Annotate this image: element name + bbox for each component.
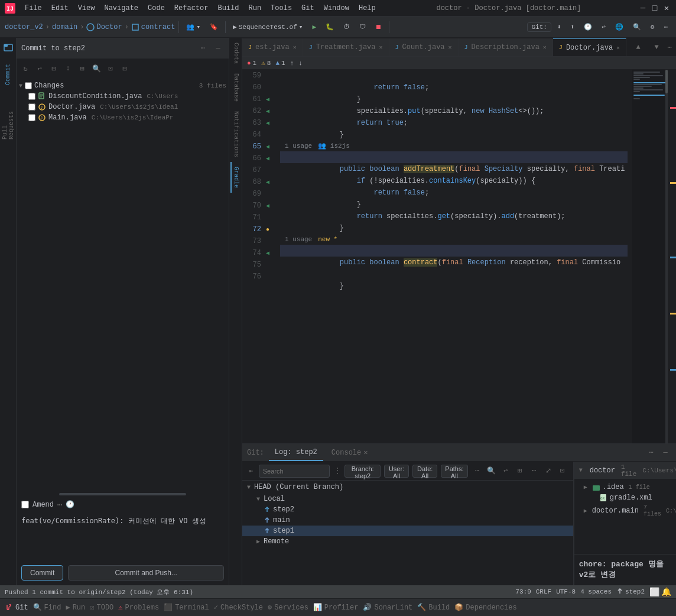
menu-help[interactable]: Help [355, 3, 379, 14]
git-search-input[interactable] [259, 465, 330, 478]
file-1-checkbox[interactable] [28, 103, 35, 111]
tab-close-2[interactable]: ✕ [448, 44, 452, 51]
git-history-button[interactable]: 🕐 [580, 20, 596, 34]
tab-scroll-down[interactable]: ▼ [650, 38, 663, 56]
menu-tools[interactable]: Tools [267, 3, 295, 14]
vtab-gradle[interactable]: Gradle [230, 162, 240, 193]
nav-up-button[interactable]: ↑ [290, 60, 294, 67]
bookmark-button[interactable]: 🔖 [206, 20, 222, 34]
git-rollback-button[interactable]: ↩ [598, 20, 609, 34]
tree-item-gradle[interactable]: GR gradle.xml [574, 492, 676, 503]
dependencies-tab[interactable]: 📦 Dependencies [454, 603, 516, 612]
git-tab[interactable]: Git [5, 604, 28, 612]
amend-checkbox[interactable] [21, 501, 29, 508]
changes-section-header[interactable]: ▼ Changes 3 files [17, 80, 229, 91]
settings-button[interactable]: ⚙ [647, 20, 658, 34]
diff-button[interactable]: ⊟ [47, 62, 60, 75]
close-button[interactable]: ✕ [662, 4, 671, 13]
breadcrumb-doctor[interactable]: Doctor [86, 23, 122, 31]
menu-navigate[interactable]: Navigate [100, 3, 142, 14]
terminal-tab[interactable]: ⬛ Terminal [164, 603, 209, 612]
sidebar-pull-requests-icon[interactable]: Pull Requests [1, 118, 15, 132]
date-filter[interactable]: Date: All [412, 465, 437, 478]
sidebar-project-icon[interactable] [1, 40, 15, 54]
tab-close-4[interactable]: ✕ [616, 44, 620, 51]
translate-button[interactable]: 🌐 [612, 20, 627, 34]
branch-filter[interactable]: Branch: step2 [344, 465, 381, 478]
build-tab[interactable]: 🔨 Build [417, 603, 450, 612]
rollback-all-button[interactable]: ↩ [33, 62, 46, 75]
step1-branch[interactable]: step1 [242, 526, 573, 536]
move-button[interactable]: ↕ [61, 62, 74, 75]
group-button[interactable]: ⊞ [76, 62, 89, 75]
tab-overflow-menu[interactable]: ⋯ [663, 38, 676, 56]
vtab-codota[interactable]: Codota [230, 38, 240, 69]
tab-close-0[interactable]: ✕ [293, 44, 297, 51]
menu-build[interactable]: Build [214, 3, 242, 14]
vtab-database[interactable]: Database [230, 69, 240, 106]
refresh-button[interactable]: ↻ [19, 62, 32, 75]
git-filter-options[interactable]: ⋮ [333, 465, 342, 477]
git-action-2[interactable]: ↩ [500, 465, 512, 477]
more-button[interactable]: ⋯ [660, 20, 671, 34]
amend-history-button[interactable]: 🕐 [66, 500, 74, 509]
sonar-tab[interactable]: 🔊 SonarLint [363, 603, 412, 612]
bottom-tab-log[interactable]: Log: step2 [269, 445, 323, 461]
tab-count-java[interactable]: J Count.java ✕ [389, 38, 459, 56]
menu-view[interactable]: View [74, 3, 99, 14]
git-action-1[interactable]: ⋯ [472, 465, 483, 477]
menu-git[interactable]: Git [298, 3, 318, 14]
filter-button[interactable]: 🔍 [90, 62, 103, 75]
notifications-icon[interactable]: 🔔 [661, 587, 671, 597]
tab-close-1[interactable]: ✕ [379, 44, 383, 51]
services-tab[interactable]: ⚙ Services [268, 603, 308, 612]
step2-branch[interactable]: step2 [242, 504, 573, 515]
file-item-1[interactable]: J Doctor.java C:\Users\is2js\Ideal [17, 102, 229, 112]
menu-edit[interactable]: Edit [48, 3, 72, 14]
menu-code[interactable]: Code [144, 3, 168, 14]
git-go-to-start[interactable]: ⇤ [247, 465, 255, 477]
sidebar-commit-icon[interactable]: Commit [1, 67, 15, 82]
paths-filter[interactable]: Paths: All [441, 465, 467, 478]
bottom-options-button[interactable]: ⋯ [645, 447, 657, 459]
problems-tab[interactable]: ⚠ Problems [118, 603, 159, 612]
menu-refactor[interactable]: Refactor [171, 3, 212, 14]
collapse-button[interactable]: ⊟ [118, 62, 131, 75]
commit-button[interactable]: Commit [21, 565, 63, 581]
nav-down-button[interactable]: ↓ [298, 60, 303, 67]
menu-window[interactable]: Window [320, 3, 353, 14]
tree-item-idea[interactable]: ▶ .idea 1 file [574, 482, 676, 492]
run-tab[interactable]: ▶ Run [66, 603, 85, 612]
bottom-minimize-button[interactable]: ─ [659, 447, 671, 459]
git-search-log[interactable]: 🔍 [486, 465, 498, 477]
run-button[interactable]: ▶ [308, 20, 320, 34]
breadcrumb-contract[interactable]: contract [131, 23, 176, 31]
todo-tab[interactable]: ☑ TODO [90, 603, 113, 612]
amend-options-button[interactable]: ⋯ [57, 500, 62, 510]
search-everywhere-button[interactable]: 🔍 [629, 20, 645, 34]
commit-and-push-button[interactable]: Commit and Push... [68, 565, 224, 581]
git-action-3[interactable]: ⊞ [514, 465, 526, 477]
expand-button[interactable]: ⊡ [104, 62, 117, 75]
stop-button[interactable]: ⏹ [372, 20, 385, 34]
tab-est-java[interactable]: J est.java ✕ [242, 38, 303, 56]
vtab-notifications[interactable]: Notifications [230, 106, 240, 162]
maximize-button[interactable]: □ [650, 4, 659, 13]
breadcrumb-project[interactable]: doctor_v2 [5, 23, 43, 31]
minimize-button[interactable]: ─ [638, 4, 648, 13]
file-0-checkbox[interactable] [28, 93, 35, 100]
debug-button[interactable]: 🐛 [322, 20, 337, 34]
menu-file[interactable]: File [21, 3, 46, 14]
git-action-5[interactable]: ⊡ [557, 465, 568, 477]
tab-treatment-java[interactable]: J Treatment.java ✕ [303, 38, 389, 56]
menu-run[interactable]: Run [245, 3, 265, 14]
commit-panel-options-button[interactable]: ⋯ [197, 43, 209, 54]
breadcrumb-domain[interactable]: domain [52, 23, 77, 31]
scrollbar-thumb[interactable] [59, 493, 186, 495]
tab-doctor-java[interactable]: J Doctor.java ✕ [553, 38, 626, 56]
coverage-button[interactable]: 🛡 [356, 20, 369, 34]
tree-item-doctor-main[interactable]: ▶ doctor.main 7 files C:\Use [574, 503, 676, 518]
file-item-2[interactable]: J Main.java C:\Users\is2js\IdeaPr [17, 112, 229, 123]
profiler-tab[interactable]: 📊 Profiler [313, 603, 359, 612]
run-config-dropdown[interactable]: ▶ SequenceTest.of ▾ [229, 20, 306, 34]
